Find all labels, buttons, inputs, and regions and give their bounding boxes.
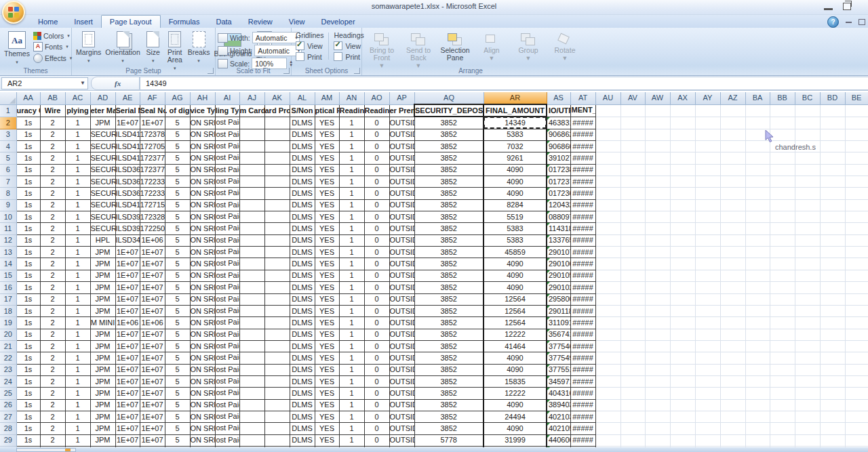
cell-AW29[interactable]: [645, 434, 670, 446]
cell-BA28[interactable]: [745, 423, 770, 434]
cell-BC20[interactable]: [795, 329, 820, 340]
cell-BC16[interactable]: [795, 282, 820, 293]
cell-AD27[interactable]: JPM: [90, 411, 115, 422]
cell-BB28[interactable]: [770, 423, 795, 434]
cell-AQ13[interactable]: 3852: [414, 247, 484, 258]
cell-AI10[interactable]: ost Paid: [215, 211, 239, 223]
cell-AU20[interactable]: [595, 329, 620, 340]
column-header-BA[interactable]: BA: [745, 92, 770, 104]
cell-AL7[interactable]: DLMS: [290, 176, 315, 188]
cell-AX12[interactable]: [670, 234, 695, 246]
cell-AV11[interactable]: [620, 223, 645, 234]
cell-AX22[interactable]: [670, 352, 695, 364]
cell-AF14[interactable]: 1E+07: [140, 258, 165, 270]
cell-AQ28[interactable]: 3852: [414, 423, 484, 434]
cell-AF28[interactable]: 1E+07: [140, 423, 165, 434]
cell-AZ25[interactable]: [720, 388, 745, 399]
cell-AW3[interactable]: [645, 129, 670, 140]
cell-BB5[interactable]: [770, 152, 795, 164]
cell-AO11[interactable]: 0: [364, 223, 389, 234]
selection-pane-button[interactable]: Selection Pane: [437, 30, 473, 69]
cell-AY23[interactable]: [695, 364, 720, 375]
cell-AU10[interactable]: [595, 211, 620, 223]
cell-BC5[interactable]: [795, 152, 820, 164]
cell-AW23[interactable]: [645, 364, 670, 375]
cell-AV9[interactable]: [620, 199, 645, 211]
cell-AB3[interactable]: 2: [40, 129, 65, 140]
cell-AB11[interactable]: 2: [40, 223, 65, 234]
cell-AA6[interactable]: 1s: [16, 164, 40, 176]
cell-AI22[interactable]: ost Paid: [215, 352, 239, 364]
cell-AY14[interactable]: [695, 258, 720, 270]
cell-AJ19[interactable]: [239, 317, 264, 329]
cell-AZ18[interactable]: [720, 305, 745, 316]
cell-AC12[interactable]: 1: [65, 234, 90, 246]
cell-AX14[interactable]: [670, 258, 695, 270]
column-header-BD[interactable]: BD: [820, 92, 845, 104]
cell-BA11[interactable]: [745, 223, 770, 234]
cell-BC2[interactable]: [795, 117, 820, 129]
cell-AT25[interactable]: #####: [570, 388, 595, 399]
cell-BC15[interactable]: [795, 270, 820, 281]
cell-AI27[interactable]: ost Paid: [215, 411, 239, 422]
column-header-AO[interactable]: AO: [364, 92, 389, 104]
cell-AA22[interactable]: 1s: [16, 352, 40, 364]
cell-AD7[interactable]: SECURE: [90, 176, 115, 188]
cell-AI5[interactable]: ost Paid: [215, 152, 239, 164]
cell-AV12[interactable]: [620, 234, 645, 246]
cell-AY11[interactable]: [695, 223, 720, 234]
cell-BA29[interactable]: [745, 434, 770, 446]
cell-AK21[interactable]: [264, 340, 290, 352]
cell-AO3[interactable]: 0: [364, 129, 389, 140]
cell-BE14[interactable]: [845, 258, 868, 270]
cell-AT3[interactable]: #####: [570, 129, 595, 140]
cell-AU15[interactable]: [595, 270, 620, 281]
cell-AK19[interactable]: [264, 317, 290, 329]
cell-AK6[interactable]: [264, 164, 290, 176]
cell-AX24[interactable]: [670, 375, 695, 387]
cell-BC17[interactable]: [795, 293, 820, 305]
cell-AQ4[interactable]: 3852: [414, 141, 484, 152]
cell-AJ27[interactable]: [239, 411, 264, 422]
cell-AV19[interactable]: [620, 317, 645, 329]
cell-BE24[interactable]: [845, 375, 868, 387]
cell-BB29[interactable]: [770, 434, 795, 446]
cell-AG19[interactable]: 5: [165, 317, 190, 329]
cell-AQ16[interactable]: 3852: [414, 282, 484, 293]
cell-AI18[interactable]: ost Paid: [215, 305, 239, 316]
cell-BA7[interactable]: [745, 176, 770, 188]
cell-BC18[interactable]: [795, 305, 820, 316]
margins-button[interactable]: Margins▾: [74, 30, 103, 65]
cell-AA12[interactable]: 1s: [16, 234, 40, 246]
print-area-button[interactable]: Print Area▾: [164, 30, 186, 65]
cell-AN19[interactable]: 1: [339, 317, 364, 329]
cell-AM27[interactable]: YES: [315, 411, 339, 422]
cell-AS28[interactable]: 402105: [547, 423, 570, 434]
cell-BB21[interactable]: [770, 340, 795, 352]
cell-AF23[interactable]: 1E+07: [140, 364, 165, 375]
cell-AN25[interactable]: 1: [339, 388, 364, 399]
cell-AI2[interactable]: ost Paid: [215, 117, 239, 129]
cell-AJ21[interactable]: [239, 340, 264, 352]
cell-AI4[interactable]: ost Paid: [215, 141, 239, 152]
column-header-AI[interactable]: AI: [215, 92, 239, 104]
scale-to-fit-dialog-launcher[interactable]: [283, 68, 290, 74]
cell-AA24[interactable]: 1s: [16, 375, 40, 387]
cell-AL22[interactable]: DLMS: [290, 352, 315, 364]
cell-AH21[interactable]: ON SRF: [190, 340, 215, 352]
cell-AD18[interactable]: JPM: [90, 305, 115, 316]
cell-AL6[interactable]: DLMS: [290, 164, 315, 176]
cell-AH7[interactable]: ON SRF: [190, 176, 215, 188]
cell-AA13[interactable]: 1s: [16, 247, 40, 258]
column-header-AP[interactable]: AP: [389, 92, 414, 104]
cell-AT9[interactable]: #####: [570, 199, 595, 211]
cell-AE2[interactable]: 1E+07: [115, 117, 140, 129]
cell-AE23[interactable]: 1E+07: [115, 364, 140, 375]
cell-AX2[interactable]: [670, 117, 695, 129]
cell-AY16[interactable]: [695, 282, 720, 293]
cell-AS20[interactable]: 356741: [547, 329, 570, 340]
cell-AW25[interactable]: [645, 388, 670, 399]
row-header-3[interactable]: 3: [0, 129, 16, 140]
cell-AP3[interactable]: OUTSIDI: [389, 129, 414, 140]
cell-AF27[interactable]: 1E+07: [140, 411, 165, 422]
